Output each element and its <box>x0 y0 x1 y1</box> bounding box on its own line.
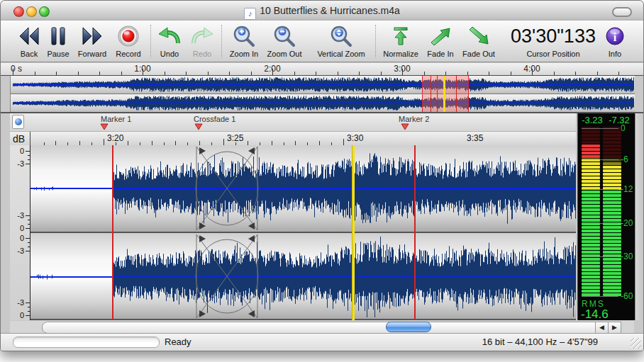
overview-channel-divider <box>11 94 635 94</box>
marker-label[interactable]: Marker 2 <box>399 115 429 123</box>
overview-ruler[interactable]: 0 s 1:00 2:00 3:00 4:00 <box>1 63 643 76</box>
playback-cursor-line[interactable] <box>352 145 355 320</box>
marker-triangle[interactable] <box>194 123 203 130</box>
db-scale-value: 0 <box>20 311 24 319</box>
marker-triangle[interactable] <box>100 123 109 130</box>
db-scale-value: 0 <box>20 147 24 155</box>
rewind-icon <box>13 23 45 49</box>
db-scale-value: -3 <box>17 211 24 220</box>
vertical-zoom-icon <box>310 23 372 49</box>
overview-cursor-line <box>443 76 445 112</box>
cursor-position-value: 03'30"133 <box>511 24 596 48</box>
marker-line-2[interactable] <box>414 145 416 320</box>
overview-marker-line <box>456 76 457 112</box>
overview-marker-line <box>437 76 438 112</box>
main-ruler[interactable]: dB 3:20 3:25 3:30 3:35 <box>10 132 576 146</box>
svg-text:i: i <box>614 31 617 43</box>
info-icon: i <box>602 23 628 49</box>
fade-out-icon <box>458 23 499 49</box>
fade-in-icon <box>423 23 457 49</box>
status-bar: Ready 16 bit – 44,100 Hz – 4'57"99 <box>1 333 643 351</box>
fade-out-button[interactable]: Fade Out <box>458 23 499 58</box>
toolbar-separator <box>221 25 222 57</box>
scroll-left-button[interactable]: ◀ <box>595 322 609 334</box>
meter-scale-label: 0 <box>621 123 635 133</box>
audio-format-text: 16 bit – 44,100 Hz – 4'57"99 <box>482 336 598 347</box>
pause-button[interactable]: Pause <box>44 23 72 58</box>
zoom-in-button[interactable]: Zoom In <box>224 23 264 58</box>
marker-strip[interactable]: Marker 1 Crossfade 1 Marker 2 <box>10 113 576 132</box>
level-meter-panel: -3.23 -7.32 0 -6 -12 -20 -30 -60 RMS -14… <box>577 113 635 320</box>
waveform-channels[interactable] <box>30 145 576 320</box>
main-ruler-label: 3:20 <box>107 133 123 143</box>
marker-line-1[interactable] <box>112 145 113 320</box>
peak-value-left: -3.23 <box>579 115 606 125</box>
marker-triangle[interactable] <box>401 123 409 130</box>
db-scale-value: 0 <box>20 224 24 232</box>
scrollbar-track[interactable] <box>42 322 607 334</box>
axis-divider <box>30 132 30 145</box>
meter-scale-label: -20 <box>621 218 635 228</box>
db-scale-value: -3 <box>17 159 24 168</box>
main-ruler-label: 3:35 <box>467 133 483 143</box>
undo-button[interactable]: Undo <box>154 23 185 58</box>
db-scale-value: -3 <box>17 298 24 307</box>
scrollbar-thumb[interactable] <box>386 322 431 332</box>
window-title: ♪10 Butterflies & Hurricanes.m4a <box>1 1 643 21</box>
zoom-out-button[interactable]: Zoom Out <box>262 23 306 58</box>
redo-button[interactable]: Redo <box>188 23 216 58</box>
document-icon[interactable] <box>12 115 24 129</box>
main-waveform-area: 0 -3 -3 0 0 -3 -3 0 <box>10 145 576 320</box>
meter-scale-label: -12 <box>621 184 635 194</box>
db-scale-gutter: 0 -3 -3 0 0 -3 -3 0 <box>10 145 30 320</box>
main-ruler-label: 3:25 <box>227 133 243 143</box>
back-button[interactable]: Back <box>13 23 45 58</box>
audio-file-icon: ♪ <box>244 8 256 20</box>
db-scale-value: -3 <box>17 247 24 255</box>
meter-scale-label: -6 <box>621 154 635 164</box>
rms-value: -14.6 <box>581 307 609 322</box>
right-edge-strip <box>635 113 644 320</box>
forward-button[interactable]: Forward <box>72 23 113 58</box>
undo-icon <box>154 23 185 49</box>
meter-scale-label: -30 <box>621 251 635 261</box>
pause-icon <box>44 23 72 49</box>
meter-scale-label: -60 <box>621 291 635 301</box>
horizontal-scrollbar[interactable]: ◀ ▶ <box>10 321 634 333</box>
db-axis-label: dB <box>13 133 25 145</box>
zoom-out-icon <box>262 23 306 49</box>
zoom-in-icon <box>224 23 264 49</box>
status-text: Ready <box>165 336 191 347</box>
record-button[interactable]: Record <box>110 23 147 58</box>
info-button[interactable]: i Info <box>602 23 628 58</box>
fade-in-button[interactable]: Fade In <box>423 23 457 58</box>
normalize-icon <box>377 23 424 49</box>
overview-waveform[interactable] <box>10 76 635 112</box>
vertical-zoom-button[interactable]: Vertical Zoom <box>310 23 372 58</box>
resize-grip[interactable] <box>631 338 641 349</box>
marker-label[interactable]: Marker 1 <box>101 115 131 123</box>
marker-label[interactable]: Crossfade 1 <box>194 115 235 123</box>
overview-marker-line <box>431 76 431 112</box>
toolbar-separator <box>375 25 376 57</box>
normalize-button[interactable]: Normalize <box>377 23 424 58</box>
db-scale-value: 0 <box>20 234 24 242</box>
title-bar[interactable]: ♪10 Butterflies & Hurricanes.m4a <box>1 1 643 21</box>
toolbar: Back Pause Forward Record Undo <box>1 21 643 62</box>
toolbar-toggle-button[interactable] <box>612 7 632 17</box>
main-ruler-label: 3:30 <box>347 133 363 143</box>
app-window: ♪10 Butterflies & Hurricanes.m4a Back Pa… <box>0 0 644 351</box>
cursor-position-display: 03'30"133 Cursor Position <box>501 23 605 58</box>
redo-icon <box>188 23 216 49</box>
record-icon <box>110 23 147 49</box>
window-title-text: 10 Butterflies & Hurricanes.m4a <box>260 5 400 16</box>
scroll-right-button[interactable]: ▶ <box>608 322 621 334</box>
toolbar-separator <box>150 25 151 57</box>
progress-bar <box>13 336 160 348</box>
fast-forward-icon <box>72 23 113 49</box>
